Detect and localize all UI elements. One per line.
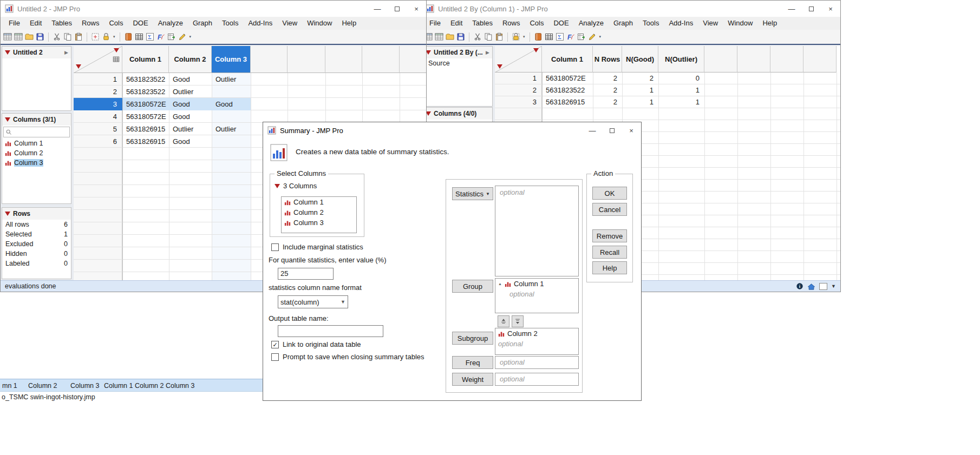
column-header[interactable]: N(Good) [622,46,658,72]
menu-help[interactable]: Help [337,17,361,30]
layout-table-icon[interactable] [545,32,553,41]
new-data-table-icon[interactable] [3,32,12,41]
empty-column-header[interactable] [251,46,288,73]
grid-cell[interactable]: 1 [623,84,656,96]
grid-cell[interactable]: 5631823522 [123,85,168,98]
menu-tools[interactable]: Tools [217,17,243,30]
menu-cols[interactable]: Cols [525,17,548,30]
close-button[interactable]: × [622,122,641,139]
empty-column-header[interactable] [737,46,770,72]
grid-cell[interactable]: 563180572E [543,72,592,84]
columns-panel-header[interactable]: Columns (4/0) [423,108,492,120]
empty-column-header[interactable] [400,46,426,73]
menu-analyze[interactable]: Analyze [574,17,609,30]
grid-cell[interactable]: 2 [623,72,656,84]
grid-cell[interactable]: 2 [594,84,620,96]
grid-cell[interactable]: 1 [659,84,702,96]
menu-tables[interactable]: Tables [47,17,77,30]
rows-menu-red-triangle-icon[interactable] [76,64,81,69]
minimize-button[interactable]: — [782,1,801,17]
grid-cell[interactable]: 5631826915 [123,123,168,135]
ok-button[interactable]: OK [592,187,627,200]
help-button[interactable]: Help [592,261,627,274]
capture-selection-icon[interactable] [91,32,100,41]
summary-statistics-icon[interactable] [556,32,564,41]
sort-descending-button[interactable] [512,315,524,327]
minimize-button[interactable]: — [368,1,387,17]
column-header[interactable]: Column 2 [169,46,212,73]
grid-cell[interactable]: Good [170,135,211,148]
row-number[interactable]: 3 [74,98,120,110]
grid-cell[interactable] [213,135,250,148]
prompt-save-checkbox[interactable] [271,353,279,361]
grid-cell[interactable]: 1 [623,96,656,108]
row-number[interactable]: 4 [74,110,120,123]
column-header[interactable]: N Rows [593,46,622,72]
column-header[interactable]: Column 1 [122,46,169,73]
annotate-icon[interactable] [178,32,187,41]
column-header[interactable]: Column 1 [542,46,593,72]
red-triangle-icon[interactable] [5,50,10,55]
menu-doe[interactable]: DOE [548,17,573,30]
formula-icon[interactable] [566,32,575,41]
link-original-checkbox[interactable] [271,341,279,348]
subgroup-listbox[interactable]: Column 2 optional [495,328,579,355]
background-column-label[interactable]: Column 1 Column 2 Column 3 [104,379,194,392]
weight-button[interactable]: Weight [452,373,493,386]
empty-column-header[interactable] [704,46,737,72]
freq-box[interactable]: optional [495,356,579,369]
row-number[interactable]: 2 [495,84,539,96]
freq-button[interactable]: Freq [452,356,493,369]
red-triangle-icon[interactable] [5,117,10,122]
display-box-icon[interactable] [819,283,827,290]
empty-column-header[interactable] [288,46,325,73]
paste-icon[interactable] [495,32,504,41]
column-list-item[interactable]: Column 2 [2,148,71,158]
menu-edit[interactable]: Edit [446,17,467,30]
lock-icon[interactable] [102,32,110,41]
titlebar[interactable]: Untitled 2 By (Column 1) - JMP Pro — × [421,1,840,17]
cut-icon[interactable] [473,32,482,41]
grid-cell[interactable]: 5631823522 [123,73,168,85]
row-number[interactable]: 1 [495,72,539,84]
column-header-selected[interactable]: Column 3 [212,46,251,73]
titlebar[interactable]: Untitled 2 - JMP Pro — × [1,1,426,17]
grid-cell[interactable]: Outlier [170,85,211,98]
columns-search-input[interactable] [3,127,70,137]
menu-rows[interactable]: Rows [77,17,104,30]
panel-expand-icon[interactable]: ▶ [64,50,68,55]
columns-menu-red-triangle-icon[interactable] [114,48,119,52]
menu-tools[interactable]: Tools [638,17,664,30]
row-number[interactable]: 3 [495,96,539,108]
menu-cols[interactable]: Cols [104,17,128,30]
dialog-titlebar[interactable]: Summary - JMP Pro — × [263,122,641,139]
grid-cell[interactable]: 2 [594,72,620,84]
background-column-label[interactable]: mn 1 [2,379,17,392]
menu-addins[interactable]: Add-Ins [664,17,698,30]
capture-selection-icon[interactable] [512,32,520,41]
export-table-icon[interactable] [577,32,586,41]
journal-icon[interactable] [534,32,543,41]
statistics-listbox[interactable]: optional [495,186,579,276]
menu-view[interactable]: View [277,17,302,30]
menu-edit[interactable]: Edit [25,17,47,30]
menu-graph[interactable]: Graph [609,17,638,30]
menu-graph[interactable]: Graph [188,17,217,30]
recall-button[interactable]: Recall [592,246,627,259]
maximize-button[interactable] [602,122,622,139]
red-triangle-icon[interactable] [5,212,10,216]
grid-cell[interactable] [213,110,250,123]
format-combobox[interactable]: stat(column) ▼ [278,295,348,308]
summary-statistics-icon[interactable] [146,32,154,41]
statistics-dropdown-button[interactable]: Statistics▼ [452,187,493,200]
maximize-button[interactable] [387,1,407,17]
column-list-item[interactable]: Column 1 [2,139,71,148]
column-list-item[interactable]: Column 1 [282,197,356,207]
row-number[interactable]: 6 [74,135,120,148]
table-panel-header[interactable]: Untitled 2 By (... ▶ [423,47,492,58]
background-column-label[interactable]: Column 3 [70,379,100,392]
open-table-icon[interactable] [435,32,443,41]
remove-button[interactable]: Remove [592,229,627,242]
empty-column-header[interactable] [770,46,803,72]
maximize-button[interactable] [801,1,821,17]
